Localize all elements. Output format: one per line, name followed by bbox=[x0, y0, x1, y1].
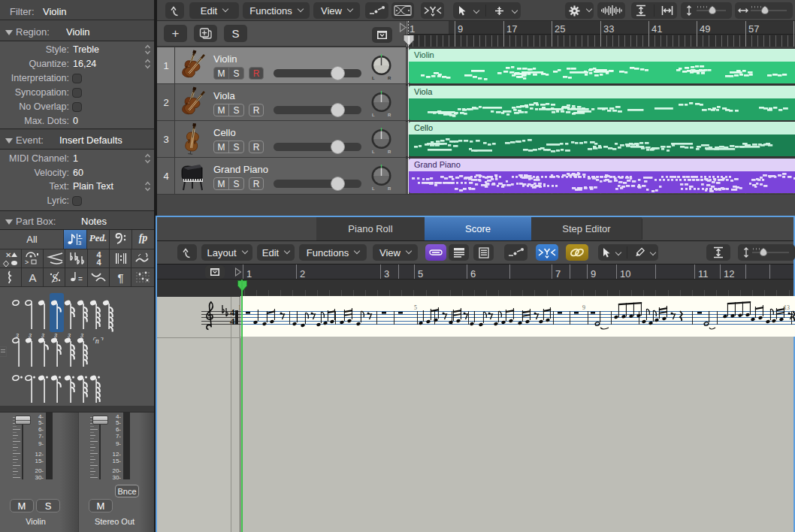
svg-text:L: L bbox=[372, 150, 375, 154]
svg-text:R: R bbox=[388, 150, 391, 154]
svg-text:R: R bbox=[388, 186, 391, 191]
svg-text:A: A bbox=[29, 271, 36, 284]
svg-text:L: L bbox=[372, 113, 375, 117]
svg-text:4: 4 bbox=[96, 258, 101, 267]
svg-text:3: 3 bbox=[78, 240, 82, 246]
svg-text:✕: ✕ bbox=[5, 251, 11, 259]
svg-text:R: R bbox=[388, 113, 391, 117]
svg-text:=: = bbox=[78, 275, 83, 283]
svg-text:R: R bbox=[388, 76, 391, 80]
svg-text:>: > bbox=[25, 258, 29, 266]
svg-text:L: L bbox=[372, 76, 375, 80]
svg-text:L: L bbox=[372, 186, 375, 191]
svg-text:¶: ¶ bbox=[117, 271, 123, 284]
